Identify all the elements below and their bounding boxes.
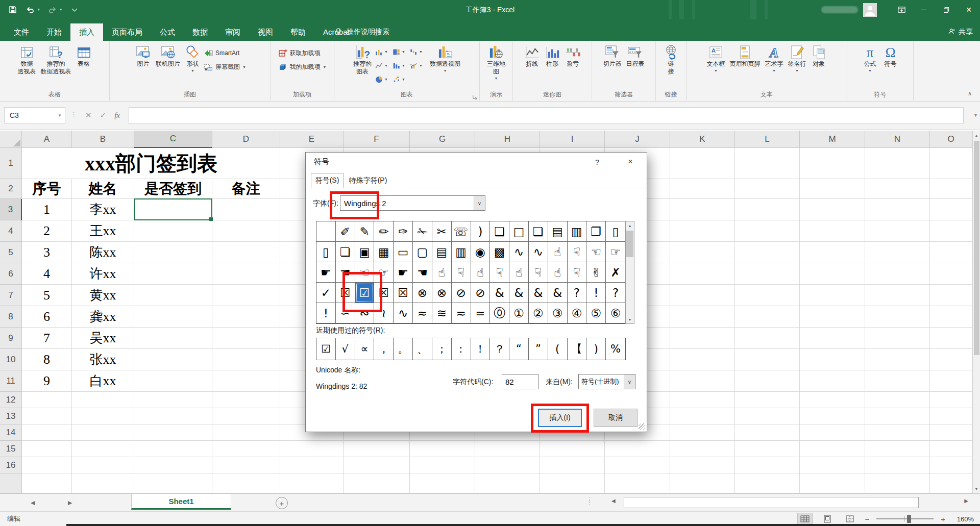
row-header-15[interactable]: 15 [0,441,22,457]
cell-A3[interactable]: 1 [22,199,72,220]
cell-C4[interactable] [134,220,212,242]
horizontal-scrollbar[interactable]: ◀ ▶ [607,496,972,509]
cell-D5[interactable] [212,242,280,263]
recent-symbol-cell[interactable]: ？ [490,338,509,360]
cell-N10[interactable] [865,349,930,370]
column-header-M[interactable]: M [800,131,865,148]
formula-bar-expand-icon[interactable]: ▼ [973,113,978,118]
cell-E17[interactable] [280,473,344,493]
ribbon-button-公式[interactable]: π公式▼ [861,43,879,74]
row-header-17[interactable] [0,473,22,493]
cell-O11[interactable] [930,370,972,392]
cell-I16[interactable] [540,457,605,473]
horizontal-scroll-thumb[interactable] [624,497,919,508]
cell-B10[interactable]: 张xx [72,349,134,370]
cell-K9[interactable] [670,328,735,349]
cell-D17[interactable] [212,473,280,493]
cell-A11[interactable]: 9 [22,370,72,392]
symbol-cell[interactable]: ✑ [394,221,413,242]
dialog-resize-grip[interactable] [639,423,645,430]
cell-F17[interactable] [344,473,410,493]
cell-D10[interactable] [212,349,280,370]
restore-icon[interactable] [935,0,958,19]
column-header-E[interactable]: E [280,131,344,148]
cell-K1[interactable] [670,148,735,179]
symbol-cell[interactable]: ! [316,303,336,323]
symbol-cell[interactable]: ✎ [355,221,375,242]
cell-C5[interactable] [134,242,212,263]
cell-K12[interactable] [670,392,735,408]
cell-D4[interactable] [212,220,280,242]
scroll-up-icon[interactable]: ▲ [626,221,634,230]
cell-M5[interactable] [800,242,865,263]
symbol-cell[interactable]: ≈ [413,303,432,323]
symbol-cell[interactable]: ☝ [509,262,529,283]
symbol-cell[interactable]: & [509,283,529,303]
ribbon-button-文本框[interactable]: A文本框▼ [705,43,727,74]
symbol-cell[interactable]: ∿ [529,242,548,262]
ribbon-button-我的加载项[interactable]: 我的加载项▼ [278,62,327,71]
cell-M9[interactable] [800,328,865,349]
cell-B14[interactable] [72,424,134,441]
row-header-10[interactable]: 10 [0,349,22,370]
cell-N4[interactable] [865,220,930,242]
minimize-icon[interactable]: ─ [913,0,935,19]
customize-qat-icon[interactable] [70,5,79,14]
ribbon-button-hierarchy-chart-icon[interactable]: ▼ [392,45,409,59]
cell-K3[interactable] [670,199,735,220]
cell-A10[interactable]: 8 [22,349,72,370]
column-header-B[interactable]: B [72,131,134,148]
cell-O15[interactable] [930,441,972,457]
zoom-slider[interactable] [876,518,934,519]
cell-D15[interactable] [212,441,280,457]
name-box-caret-icon[interactable]: ▼ [58,113,62,118]
symbol-cell[interactable]: ▥ [452,242,471,262]
cell-M1[interactable] [800,148,865,179]
symbol-cell[interactable]: ✌ [586,262,606,283]
dialog-help-icon[interactable]: ? [590,155,605,169]
merged-title-cell[interactable]: xxx部门签到表 [22,148,280,179]
cell-K13[interactable] [670,408,735,424]
cell-M17[interactable] [800,473,865,493]
cell-N1[interactable] [865,148,930,179]
recent-symbol-cell[interactable]: 。 [394,338,413,360]
zoom-out-icon[interactable]: − [865,515,869,523]
row-header-12[interactable]: 12 [0,392,22,408]
symbol-cell[interactable]: ☝ [548,242,568,262]
cell-O4[interactable] [930,220,972,242]
row-header-8[interactable]: 8 [0,306,22,328]
menu-tab-插入[interactable]: 插入 [70,23,103,41]
cell-O6[interactable] [930,263,972,285]
cell-G15[interactable] [410,441,475,457]
formula-input[interactable] [129,107,964,123]
row-header-2[interactable]: 2 [0,179,22,199]
symbol-cell[interactable]: ✐ [336,221,355,242]
cell-G16[interactable] [410,457,475,473]
recent-symbol-cell[interactable]: % [606,338,625,360]
symbol-cell[interactable]: ① [509,303,529,323]
ribbon-button-页眉和页脚[interactable]: 页眉和页脚 [728,43,762,69]
cell-D3[interactable] [212,199,280,220]
ribbon-button-签名行[interactable]: 签名行▼ [787,43,808,74]
ribbon-button-盈亏[interactable]: 盈亏 [564,43,582,69]
cell-O14[interactable] [930,424,972,441]
symbol-cell[interactable]: ▤ [432,242,452,262]
cell-G17[interactable] [410,473,475,493]
cell-M11[interactable] [800,370,865,392]
symbol-cell[interactable]: ☟ [529,262,548,283]
scroll-down-icon[interactable]: ▼ [626,315,634,323]
column-header-G[interactable]: G [410,131,475,148]
symbol-cell[interactable]: ☝ [432,262,452,283]
cell-E16[interactable] [280,457,344,473]
symbol-cell[interactable]: ② [529,303,548,323]
recent-symbol-cell[interactable]: 、 [413,338,432,360]
cell-B13[interactable] [72,408,134,424]
sheet-nav-left-icon[interactable]: ◀ [31,494,35,511]
symbol-cell[interactable]: & [548,283,568,303]
cell-K6[interactable] [670,263,735,285]
cell-D11[interactable] [212,370,280,392]
cell-L1[interactable] [735,148,800,179]
cell-B4[interactable]: 王xx [72,220,134,242]
enter-entry-icon[interactable]: ✓ [100,111,107,120]
symbol-cell[interactable]: ☟ [490,262,509,283]
